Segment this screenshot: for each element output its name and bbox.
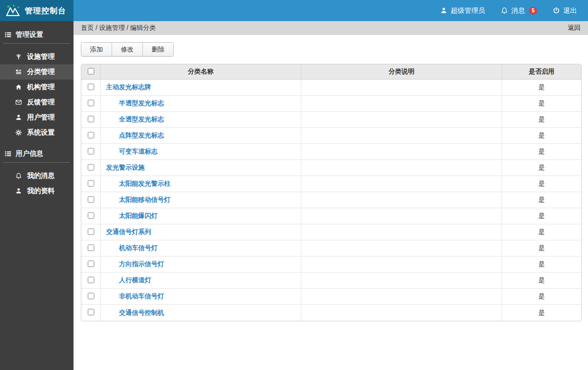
row-checkbox[interactable] xyxy=(88,309,94,315)
enabled-cell: 是 xyxy=(502,208,581,224)
category-link[interactable]: 太阳能爆闪灯 xyxy=(119,212,158,219)
enabled-cell: 是 xyxy=(502,273,581,289)
category-link[interactable]: 人行横道灯 xyxy=(119,276,151,284)
category-link[interactable]: 点阵型发光标志 xyxy=(119,131,164,139)
category-name-cell: 可变车道标志 xyxy=(101,144,301,160)
row-checkbox[interactable] xyxy=(88,180,94,187)
row-checkbox[interactable] xyxy=(88,228,94,235)
enabled-cell: 是 xyxy=(502,240,581,256)
enabled-cell: 是 xyxy=(502,144,581,160)
category-link[interactable]: 半透型发光标志 xyxy=(119,99,164,107)
table-row: 全透型发光标志是 xyxy=(81,112,581,128)
sidebar-item-机构管理[interactable]: 机构管理 xyxy=(0,80,74,95)
table-row: 机动车信号灯是 xyxy=(81,240,581,256)
category-description-cell xyxy=(301,224,502,240)
category-description-cell xyxy=(301,273,502,289)
category-link[interactable]: 发光警示设施 xyxy=(106,164,145,171)
sidebar-section-title: 管理设置 xyxy=(0,21,74,43)
logout-label: 退出 xyxy=(563,6,577,15)
back-link[interactable]: 返回 xyxy=(568,24,581,32)
sidebar-item-分类管理[interactable]: 分类管理 xyxy=(0,64,74,80)
select-all-checkbox[interactable] xyxy=(88,68,94,74)
row-checkbox[interactable] xyxy=(88,164,94,171)
row-checkbox[interactable] xyxy=(88,293,94,299)
category-name-cell: 太阳能发光警示柱 xyxy=(101,176,301,192)
current-user-label: 超级管理员 xyxy=(451,6,485,15)
row-checkbox[interactable] xyxy=(88,212,94,219)
category-name-cell: 太阳能移动信号灯 xyxy=(101,192,301,208)
category-link[interactable]: 太阳能发光警示柱 xyxy=(119,180,170,187)
row-select-cell xyxy=(81,144,101,160)
section-divider xyxy=(4,43,70,44)
enabled-cell: 是 xyxy=(502,160,581,176)
category-name-cell: 机动车信号灯 xyxy=(101,240,301,256)
row-checkbox[interactable] xyxy=(88,116,94,122)
row-checkbox[interactable] xyxy=(88,132,94,138)
row-checkbox[interactable] xyxy=(88,148,94,154)
category-name-cell: 交通信号灯系列 xyxy=(101,224,301,240)
row-checkbox[interactable] xyxy=(88,100,94,106)
category-name-cell: 交通信号控制机 xyxy=(101,305,301,321)
topbar-actions: 超级管理员 消息 5 退出 xyxy=(440,6,588,15)
user-icon xyxy=(15,114,22,121)
power-icon xyxy=(553,7,560,14)
row-select-cell xyxy=(81,80,101,96)
list-icon xyxy=(5,150,11,157)
header-select-cell xyxy=(81,64,101,80)
row-checkbox[interactable] xyxy=(88,277,94,283)
row-select-cell xyxy=(81,96,101,112)
category-link[interactable]: 可变车道标志 xyxy=(119,148,158,155)
category-link[interactable]: 主动发光标志牌 xyxy=(106,83,151,91)
category-link[interactable]: 机动车信号灯 xyxy=(119,244,158,251)
current-user[interactable]: 超级管理员 xyxy=(440,6,485,15)
toolbar: 添加 修改 删除 xyxy=(81,42,174,57)
enabled-cell: 是 xyxy=(502,176,581,192)
bell-icon xyxy=(15,172,22,179)
row-select-cell xyxy=(81,192,101,208)
sidebar-item-设施管理[interactable]: 设施管理 xyxy=(0,49,74,64)
bell-icon xyxy=(501,7,508,14)
envelope-icon xyxy=(15,99,22,106)
main-area: 首页 / 设施管理 / 编辑分类 返回 添加 修改 删除 分类名称 分类说明 是… xyxy=(74,21,588,370)
sidebar-item-系统设置[interactable]: 系统设置 xyxy=(0,125,74,140)
category-link[interactable]: 全透型发光标志 xyxy=(119,115,164,123)
table-row: 方向指示信号灯是 xyxy=(81,256,581,273)
add-button[interactable]: 添加 xyxy=(81,43,112,56)
category-name-cell: 发光警示设施 xyxy=(101,160,301,176)
category-link[interactable]: 交通信号控制机 xyxy=(119,309,164,316)
category-link[interactable]: 非机动车信号灯 xyxy=(119,292,164,300)
delete-button[interactable]: 删除 xyxy=(143,43,173,56)
row-checkbox[interactable] xyxy=(88,261,94,267)
enabled-cell: 是 xyxy=(502,192,581,208)
category-description-cell xyxy=(301,208,502,224)
category-name-cell: 非机动车信号灯 xyxy=(101,289,301,305)
category-name-cell: 人行横道灯 xyxy=(101,273,301,289)
category-link[interactable]: 交通信号灯系列 xyxy=(106,228,151,235)
sidebar-item-用户管理[interactable]: 用户管理 xyxy=(0,110,74,125)
row-checkbox[interactable] xyxy=(88,196,94,203)
category-link[interactable]: 太阳能移动信号灯 xyxy=(119,196,170,203)
row-checkbox[interactable] xyxy=(88,245,94,251)
table-row: 点阵型发光标志是 xyxy=(81,128,581,144)
row-checkbox[interactable] xyxy=(88,84,94,90)
messages-button[interactable]: 消息 5 xyxy=(501,6,537,15)
table-row: 非机动车信号灯是 xyxy=(81,289,581,305)
row-select-cell xyxy=(81,176,101,192)
sidebar-item-label: 我的消息 xyxy=(27,171,55,180)
logout-button[interactable]: 退出 xyxy=(553,6,577,15)
category-link[interactable]: 方向指示信号灯 xyxy=(119,260,164,268)
column-header-description: 分类说明 xyxy=(301,64,502,80)
sidebar-item-我的资料[interactable]: 我的资料 xyxy=(0,183,74,199)
edit-button[interactable]: 修改 xyxy=(112,43,143,56)
section-title-label: 管理设置 xyxy=(16,30,43,39)
enabled-cell: 是 xyxy=(502,224,581,240)
sidebar-item-我的消息[interactable]: 我的消息 xyxy=(0,168,74,183)
category-description-cell xyxy=(301,289,502,305)
category-description-cell xyxy=(301,176,502,192)
row-select-cell xyxy=(81,240,101,256)
content: 添加 修改 删除 分类名称 分类说明 是否启用 主动发光标志牌是半透型发光标志是… xyxy=(74,35,588,329)
user-icon xyxy=(440,7,447,14)
sidebar-item-反馈管理[interactable]: 反馈管理 xyxy=(0,95,74,110)
category-name-cell: 主动发光标志牌 xyxy=(101,80,301,96)
category-description-cell xyxy=(301,144,502,160)
